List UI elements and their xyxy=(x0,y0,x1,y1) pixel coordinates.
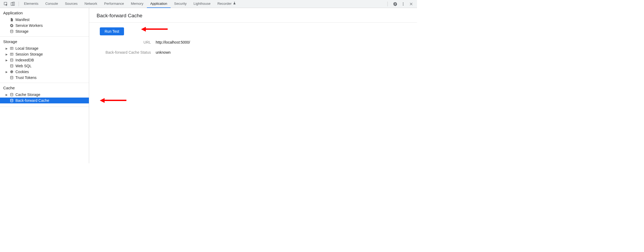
sidebar-item-manifest[interactable]: ▶ Manifest xyxy=(0,17,89,23)
main-pane: Back-forward Cache Run Test URL http://l… xyxy=(89,8,417,163)
tab-lighthouse[interactable]: Lighthouse xyxy=(190,0,214,8)
caret-icon[interactable]: ▶ xyxy=(5,70,8,73)
sidebar-item-label: Cookies xyxy=(15,70,29,74)
svg-point-15 xyxy=(12,72,13,73)
tab-label: Memory xyxy=(131,2,143,6)
sidebar-item-label: Trust Tokens xyxy=(15,75,36,80)
caret-icon[interactable]: ▶ xyxy=(5,59,8,62)
sidebar-item-label: Back-forward Cache xyxy=(15,98,49,103)
svg-point-3 xyxy=(403,2,404,3)
inspect-icon[interactable] xyxy=(4,2,8,6)
tabbar-divider xyxy=(19,2,19,6)
sidebar-section-cache: Cache xyxy=(0,83,89,92)
kebab-menu-icon[interactable] xyxy=(401,2,405,6)
experimental-flask-icon xyxy=(233,2,236,6)
svg-point-18 xyxy=(10,99,13,100)
annotation-arrow-sidebar-item xyxy=(100,99,126,102)
svg-point-11 xyxy=(10,70,13,73)
sidebar-item-label: Service Workers xyxy=(15,23,43,28)
application-sidebar: Application ▶ Manifest ▶ Service Workers… xyxy=(0,8,89,163)
sidebar-item-label: Session Storage xyxy=(15,52,43,56)
svg-point-13 xyxy=(12,71,13,72)
tab-application[interactable]: Application xyxy=(147,0,171,8)
tab-network[interactable]: Network xyxy=(81,0,101,8)
close-icon[interactable] xyxy=(409,2,413,6)
svg-point-14 xyxy=(11,72,12,73)
database-icon xyxy=(10,58,14,62)
tabbar-divider xyxy=(387,2,388,6)
run-test-button[interactable]: Run Test xyxy=(100,27,124,35)
sidebar-item-storage[interactable]: ▶ Storage xyxy=(0,28,89,34)
tab-label: Sources xyxy=(65,2,78,6)
devtools-tabbar: Elements Console Sources Network Perform… xyxy=(0,0,417,8)
gear-icon[interactable] xyxy=(393,2,397,6)
svg-point-4 xyxy=(403,3,404,4)
caret-icon[interactable]: ▶ xyxy=(5,93,8,96)
database-icon xyxy=(10,29,14,33)
sidebar-item-label: Local Storage xyxy=(15,46,38,51)
tab-label: Lighthouse xyxy=(193,2,210,6)
sidebar-item-label: Cache Storage xyxy=(15,93,40,97)
svg-point-10 xyxy=(10,64,13,65)
kv-label-status: Back-forward Cache Status xyxy=(89,50,156,54)
sidebar-item-trust-tokens[interactable]: ▶ Trust Tokens xyxy=(0,75,89,81)
table-icon xyxy=(10,52,14,56)
database-icon xyxy=(10,75,14,80)
sidebar-item-label: IndexedDB xyxy=(15,58,34,62)
tab-console[interactable]: Console xyxy=(42,0,61,8)
tab-security[interactable]: Security xyxy=(171,0,190,8)
sidebar-item-indexeddb[interactable]: ▶ IndexedDB xyxy=(0,57,89,63)
sidebar-item-label: Manifest xyxy=(15,18,30,22)
sidebar-item-cookies[interactable]: ▶ Cookies xyxy=(0,69,89,75)
tab-sources[interactable]: Sources xyxy=(61,0,81,8)
tab-recorder[interactable]: Recorder xyxy=(214,0,240,8)
bfcache-info-table: URL http://localhost:5000/ Back-forward … xyxy=(89,40,417,54)
tab-label: Elements xyxy=(24,2,38,6)
tab-elements[interactable]: Elements xyxy=(20,0,42,8)
caret-icon[interactable]: ▶ xyxy=(5,47,8,50)
sidebar-section-application: Application xyxy=(0,8,89,17)
sidebar-item-service-workers[interactable]: ▶ Service Workers xyxy=(0,23,89,28)
sidebar-item-session-storage[interactable]: ▶ Session Storage xyxy=(0,51,89,57)
kv-value-url: http://localhost:5000/ xyxy=(156,40,190,44)
svg-point-9 xyxy=(10,58,13,60)
svg-point-6 xyxy=(10,30,13,31)
kv-label-url: URL xyxy=(89,40,156,44)
caret-icon[interactable]: ▶ xyxy=(5,53,8,56)
sidebar-item-label: Storage xyxy=(15,29,28,33)
tab-label: Console xyxy=(45,2,58,6)
tab-label: Application xyxy=(150,2,167,6)
gear-icon xyxy=(10,23,14,28)
sidebar-item-back-forward-cache[interactable]: ▶ Back-forward Cache xyxy=(0,98,89,103)
file-icon xyxy=(10,18,14,22)
database-icon xyxy=(10,98,14,103)
kv-value-status: unknown xyxy=(156,50,171,54)
sidebar-bottom-divider xyxy=(0,107,89,107)
tabbar-right-icons xyxy=(386,2,415,6)
database-icon xyxy=(10,93,14,97)
sidebar-item-label: Web SQL xyxy=(15,64,31,68)
sidebar-section-storage: Storage xyxy=(0,36,89,45)
kv-row-status: Back-forward Cache Status unknown xyxy=(89,50,417,54)
sidebar-item-local-storage[interactable]: ▶ Local Storage xyxy=(0,45,89,51)
tab-label: Recorder xyxy=(217,2,232,6)
cookie-icon xyxy=(10,70,14,74)
tab-performance[interactable]: Performance xyxy=(101,0,127,8)
kv-row-url: URL http://localhost:5000/ xyxy=(89,40,417,44)
tab-label: Security xyxy=(174,2,187,6)
svg-point-17 xyxy=(10,93,13,94)
svg-point-5 xyxy=(403,5,404,6)
table-icon xyxy=(10,46,14,51)
svg-point-12 xyxy=(11,71,11,72)
tab-label: Network xyxy=(85,2,97,6)
svg-point-16 xyxy=(10,76,13,77)
page-title: Back-forward Cache xyxy=(89,8,417,22)
tab-memory[interactable]: Memory xyxy=(127,0,147,8)
tabbar-left-icons xyxy=(2,2,17,6)
sidebar-item-cache-storage[interactable]: ▶ Cache Storage xyxy=(0,92,89,98)
device-toggle-icon[interactable] xyxy=(11,2,15,6)
sidebar-item-web-sql[interactable]: ▶ Web SQL xyxy=(0,63,89,69)
tab-label: Performance xyxy=(104,2,124,6)
database-icon xyxy=(10,64,14,68)
